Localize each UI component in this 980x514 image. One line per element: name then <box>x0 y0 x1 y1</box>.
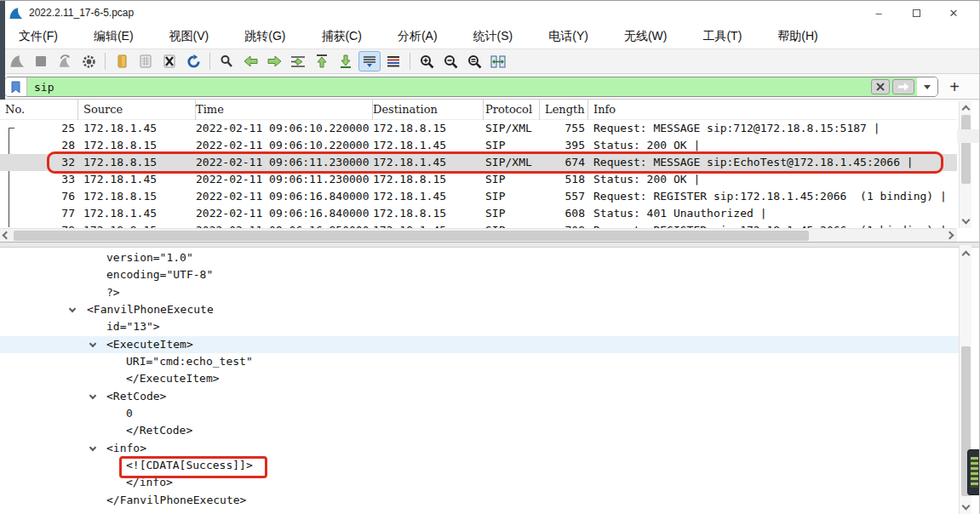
scroll-down-icon[interactable] <box>962 502 971 511</box>
scroll-down-icon[interactable] <box>962 216 971 225</box>
tree-item[interactable]: id="13"> <box>0 318 959 335</box>
menubar: 文件(F) 编辑(E) 视图(V) 跳转(G) 捕获(C) 分析(A) 统计(S… <box>0 25 979 49</box>
go-back-button[interactable] <box>239 51 261 71</box>
apply-arrow-icon <box>897 83 909 91</box>
menu-tools[interactable]: 工具(T) <box>694 26 750 47</box>
go-last-button[interactable] <box>335 51 357 71</box>
open-file-icon <box>116 54 129 68</box>
chevron-down-icon[interactable] <box>89 444 96 451</box>
table-row[interactable]: 25172.18.1.452022-02-11 09:06:10.2200001… <box>0 120 957 137</box>
restart-capture-button[interactable] <box>54 51 76 71</box>
column-header-no[interactable]: No. <box>0 100 78 120</box>
tree-item-expandable[interactable]: <info> <box>0 440 959 457</box>
capture-options-button[interactable] <box>77 51 100 71</box>
tree-item[interactable]: 0 <box>0 405 959 422</box>
arrow-right-icon <box>267 55 282 67</box>
filter-bookmark-button[interactable] <box>5 77 27 96</box>
reload-file-button[interactable] <box>182 51 204 71</box>
packet-list-vscrollbar[interactable] <box>959 101 971 228</box>
tree-item[interactable]: </RetCode> <box>0 422 959 439</box>
minimize-button[interactable]: – <box>860 1 897 25</box>
column-header-length[interactable]: Length <box>540 100 588 120</box>
find-packet-button[interactable] <box>215 51 238 71</box>
column-header-time[interactable]: Time <box>196 100 373 120</box>
resize-columns-button[interactable] <box>487 51 509 71</box>
scroll-left-icon[interactable] <box>3 231 11 240</box>
column-header-destination[interactable]: Destination <box>373 100 484 120</box>
table-row[interactable]: 76172.18.8.152022-02-11 09:06:16.8400001… <box>0 188 957 205</box>
start-capture-button[interactable] <box>6 51 28 71</box>
close-file-icon <box>163 54 176 68</box>
scrollbar-corner <box>957 129 980 143</box>
zoom-out-icon <box>444 54 458 69</box>
go-to-packet-icon <box>290 55 306 68</box>
tree-item[interactable]: ?> <box>0 284 959 301</box>
tree-item[interactable]: </ExecuteItem> <box>0 370 959 387</box>
save-file-button[interactable] <box>135 51 157 71</box>
menu-go[interactable]: 跳转(G) <box>236 26 294 47</box>
vscroll-thumb[interactable] <box>961 115 971 184</box>
recorder-overlay[interactable] <box>967 449 980 495</box>
tree-item[interactable]: encoding="UTF-8" <box>0 266 959 283</box>
packet-list-hscrollbar[interactable] <box>0 228 957 242</box>
toolbar-separator <box>105 53 106 70</box>
chevron-down-icon[interactable] <box>89 340 96 346</box>
chevron-down-icon <box>924 85 931 89</box>
close-button[interactable]: ✕ <box>935 1 972 25</box>
menu-file[interactable]: 文件(F) <box>10 26 66 47</box>
go-to-packet-button[interactable] <box>287 51 309 71</box>
go-first-button[interactable] <box>311 51 333 71</box>
add-filter-button[interactable]: + <box>943 76 966 98</box>
zoom-reset-button[interactable] <box>463 51 485 71</box>
wireshark-fin-icon <box>9 7 23 20</box>
filter-apply-button[interactable] <box>892 79 914 94</box>
scroll-right-icon[interactable] <box>946 231 954 240</box>
filter-clear-button[interactable] <box>871 79 890 94</box>
tree-item[interactable]: version="1.0" <box>0 249 959 266</box>
open-file-button[interactable] <box>111 51 133 71</box>
menu-capture[interactable]: 捕获(C) <box>312 26 370 47</box>
go-forward-button[interactable] <box>263 51 285 71</box>
plus-icon: + <box>949 77 960 97</box>
column-header-protocol[interactable]: Protocol <box>484 100 540 120</box>
hscroll-thumb[interactable] <box>14 231 809 241</box>
stop-capture-button[interactable] <box>30 51 52 71</box>
table-row[interactable]: 33172.18.1.452022-02-11 09:06:11.2300001… <box>0 171 957 188</box>
menu-view[interactable]: 视图(V) <box>161 26 218 47</box>
tree-item-expandable[interactable]: <RetCode> <box>0 388 959 405</box>
column-header-info[interactable]: Info <box>588 100 957 120</box>
column-header-source[interactable]: Source <box>78 100 196 120</box>
table-row-clipped[interactable]: 78172.18.8.152022-02-11 09:06:16.8500001… <box>0 222 957 228</box>
auto-scroll-button[interactable] <box>358 51 381 71</box>
close-file-button[interactable] <box>158 51 181 71</box>
chevron-down-icon[interactable] <box>69 306 76 312</box>
menu-telephony[interactable]: 电话(Y) <box>540 26 597 47</box>
filter-dropdown-button[interactable] <box>917 77 937 96</box>
tree-item[interactable]: </FanvilPhoneExecute> <box>0 492 959 509</box>
maximize-button[interactable] <box>897 1 935 25</box>
bookmark-icon <box>11 81 20 94</box>
tree-item-expandable[interactable]: <FanvilPhoneExecute <box>0 301 959 318</box>
menu-edit[interactable]: 编辑(E) <box>85 26 142 47</box>
pane-divider[interactable] <box>0 242 979 248</box>
search-icon <box>220 54 233 68</box>
close-icon: ✕ <box>949 7 959 20</box>
menu-statistics[interactable]: 统计(S) <box>465 26 522 47</box>
display-filter-input[interactable]: sip <box>4 77 938 97</box>
table-row[interactable]: 77172.18.1.452022-02-11 09:06:16.8400001… <box>0 205 957 222</box>
zoom-out-button[interactable] <box>439 51 461 71</box>
menu-help[interactable]: 帮助(H) <box>769 26 826 47</box>
menu-analyze[interactable]: 分析(A) <box>389 26 446 47</box>
packet-list-header: No. Source Time Destination Protocol Len… <box>0 100 957 120</box>
scroll-up-icon[interactable] <box>962 251 971 260</box>
colorize-button[interactable] <box>382 51 404 71</box>
filter-bar: sip + <box>0 74 979 100</box>
reload-icon <box>186 54 201 69</box>
tree-item[interactable]: URI="cmd:echo_test" <box>0 353 959 370</box>
menu-wireless[interactable]: 无线(W) <box>616 26 676 47</box>
wireshark-window: 2022.2.11_17-6-5.pcap – ✕ 文件(F) 编辑(E) 视图… <box>0 0 980 514</box>
tree-item-selected[interactable]: <ExecuteItem> <box>0 336 959 353</box>
scroll-up-icon[interactable] <box>962 106 971 114</box>
zoom-in-button[interactable] <box>415 51 438 71</box>
chevron-down-icon[interactable] <box>89 392 96 399</box>
